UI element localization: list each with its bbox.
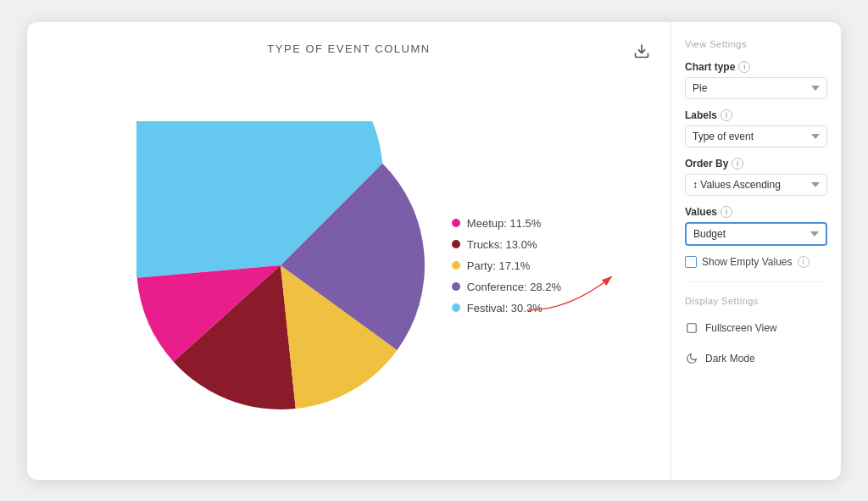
legend-dot-festival (452, 303, 460, 312)
legend-dot-party (452, 261, 460, 270)
labels-label: Labels i (685, 109, 827, 121)
legend-label-party: Party: 17.1% (467, 259, 530, 272)
dark-mode-label: Dark Mode (705, 353, 755, 365)
chart-type-group: Chart type i Pie Bar Line Donut (685, 61, 827, 99)
moon-icon (685, 352, 698, 365)
legend-label-trucks: Trucks: 13.0% (467, 238, 537, 251)
legend-label-festival: Festival: 30.3% (467, 302, 542, 315)
values-info-icon[interactable]: i (721, 206, 732, 218)
settings-panel: View Settings Chart type i Pie Bar Line … (671, 22, 841, 480)
fullscreen-view-label: Fullscreen View (705, 322, 776, 334)
main-card: TYPE OF EVENT COLUMN (27, 22, 841, 480)
legend-label-conference: Conference: 28.2% (467, 281, 561, 293)
display-settings-title: Display Settings (685, 296, 827, 306)
labels-select[interactable]: Type of event Budget Name (685, 125, 827, 148)
show-empty-info-icon[interactable]: i (798, 256, 810, 268)
values-group: Values i Budget Count Name (685, 206, 827, 246)
legend-label-meetup: Meetup: 11.5% (467, 217, 541, 230)
legend-dot-trucks (452, 240, 460, 248)
view-settings-title: View Settings (685, 39, 827, 49)
order-by-label: Order By i (685, 158, 827, 170)
order-by-group: Order By i ↕ Values Ascending ↕ Values D… (685, 158, 827, 196)
svg-rect-2 (687, 323, 697, 332)
chart-type-label: Chart type i (685, 61, 827, 73)
fullscreen-view-item[interactable]: Fullscreen View (685, 318, 827, 338)
values-select[interactable]: Budget Count Name (685, 222, 827, 246)
chart-type-info-icon[interactable]: i (738, 61, 750, 73)
download-button[interactable] (633, 42, 650, 63)
order-by-info-icon[interactable]: i (732, 158, 743, 170)
show-empty-values-checkbox[interactable] (685, 256, 697, 268)
dark-mode-item[interactable]: Dark Mode (685, 348, 827, 369)
show-empty-values-label: Show Empty Values (702, 256, 793, 268)
legend-item-meetup: Meetup: 11.5% (452, 217, 561, 230)
display-divider (685, 281, 827, 282)
labels-info-icon[interactable]: i (721, 109, 732, 121)
labels-group: Labels i Type of event Budget Name (685, 109, 827, 148)
order-by-select[interactable]: ↕ Values Ascending ↕ Values Descending A… (685, 174, 827, 196)
chart-main: Meetup: 11.5% Trucks: 13.0% Party: 17.1%… (44, 69, 654, 463)
legend-item-conference: Conference: 28.2% (452, 281, 561, 293)
legend-dot-conference (452, 282, 460, 291)
legend-dot-meetup (452, 219, 460, 227)
legend-item-trucks: Trucks: 13.0% (452, 238, 561, 251)
chart-area: TYPE OF EVENT COLUMN (27, 22, 670, 480)
values-label: Values i (685, 206, 827, 218)
chart-title: TYPE OF EVENT COLUMN (267, 42, 430, 55)
chart-type-select[interactable]: Pie Bar Line Donut (685, 77, 827, 99)
legend-item-party: Party: 17.1% (452, 259, 561, 272)
legend-item-festival: Festival: 30.3% (452, 302, 561, 315)
fullscreen-icon (685, 321, 698, 335)
pie-chart (136, 121, 425, 409)
chart-legend: Meetup: 11.5% Trucks: 13.0% Party: 17.1%… (452, 217, 561, 315)
show-empty-values-row: Show Empty Values i (685, 256, 827, 268)
